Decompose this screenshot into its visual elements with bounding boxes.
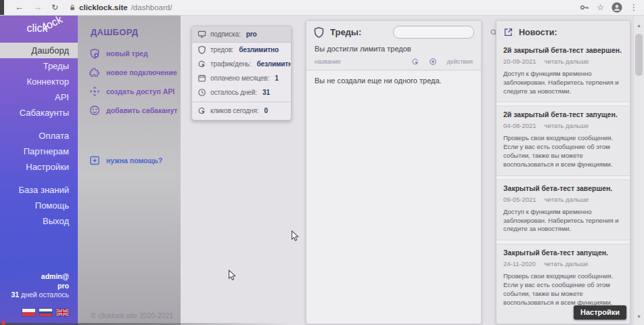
shield-icon: [198, 45, 206, 54]
dashboard-actions-panel: ДАШБОРД новый тред новое подключение соз…: [78, 15, 181, 325]
face-icon: [89, 105, 100, 116]
address-bar[interactable]: clicklock.site/dashboard/: [69, 3, 172, 12]
threads-empty-message: Вы не создали еще ни одного треда.: [306, 70, 481, 324]
scroll-down-icon[interactable]: ▼: [634, 311, 644, 321]
stat-row-threads: тредов:безлимитно: [192, 43, 291, 57]
news-item: 2й закрытый бета-тест запущен. 04-08-202…: [497, 106, 630, 175]
news-panel: Новости: 2й закрытый бета-тест завершен.…: [496, 20, 630, 324]
key-icon[interactable]: [580, 3, 589, 12]
account-days-left: 31 дней осталось: [11, 290, 69, 300]
read-more-link[interactable]: читать дальше: [544, 260, 589, 267]
add-subaccount-link[interactable]: добавить сабаканут: [78, 101, 181, 120]
news-item: Закрытый бета-тест завершен. 09-05-2021ч…: [497, 180, 630, 240]
stat-row-traffic: трафик/день:безлимитно: [192, 57, 291, 71]
new-thread-link[interactable]: новый тред: [78, 44, 181, 63]
column-name: название: [315, 58, 341, 65]
news-date: 09-05-2021: [503, 196, 536, 203]
plan-value: pro: [246, 30, 257, 38]
click-icon: [198, 60, 206, 68]
threads-title: Треды:: [330, 27, 361, 37]
scroll-up-icon[interactable]: ▲: [634, 20, 644, 30]
calendar-icon: [198, 74, 206, 83]
sidebar-item-payment[interactable]: Оплата: [0, 128, 78, 144]
threads-search: [393, 26, 474, 39]
create-api-access-link[interactable]: создать доступ API: [78, 82, 181, 101]
browser-menu-icon[interactable]: ⋮: [630, 3, 638, 12]
sidebar-item-api[interactable]: API: [0, 89, 78, 105]
sidebar: clicklock Дашборд Треды Коннектор API Са…: [0, 15, 78, 325]
threads-panel: Треды: Вы достигли лимита тредов названи…: [306, 20, 482, 324]
url-host: clicklock.site: [79, 3, 128, 12]
need-help-link[interactable]: нужна помощь?: [78, 151, 181, 170]
profile-avatar-icon[interactable]: [612, 2, 622, 13]
click-icon: [198, 106, 206, 115]
browser-toolbar: ← → ↻ clicklock.site/dashboard/ ☆ ⋮: [0, 0, 644, 16]
reload-icon[interactable]: ↻: [51, 0, 58, 15]
news-date: 20-09-2021: [503, 58, 536, 65]
divider: [497, 240, 630, 244]
subscription-header: подписка: pro: [192, 26, 291, 43]
sidebar-item-subaccounts[interactable]: Сабакаунты: [0, 105, 78, 121]
window-edge: [0, 0, 4, 15]
sidebar-item-connector[interactable]: Коннектор: [0, 74, 78, 89]
shield-icon: [313, 26, 325, 38]
read-more-link[interactable]: читать дальше: [545, 122, 589, 129]
sidebar-item-partners[interactable]: Партнерам: [0, 144, 78, 159]
account-plan: pro: [11, 282, 69, 291]
divider: [497, 102, 630, 106]
square-plus-icon: [89, 155, 100, 166]
news-title: Новости:: [519, 28, 557, 37]
sidebar-item-settings[interactable]: Настройки: [0, 159, 78, 175]
sidebar-item-help[interactable]: Помощь: [0, 198, 78, 213]
stat-row-clicks-today: кликов сегодня:0: [192, 102, 291, 120]
stat-row-months-paid: оплачено месяцев:1: [192, 71, 291, 85]
news-item: 2й закрытый бета-тест завершен. 20-09-20…: [497, 42, 630, 102]
scrollbar-thumb[interactable]: [635, 34, 643, 76]
clock-icon: [198, 88, 206, 97]
copyright-text: © clicklock.site 2020-2021: [91, 311, 173, 320]
page-title: ДАШБОРД: [78, 15, 181, 37]
threads-limit-message: Вы достигли лимита тредов: [306, 41, 481, 58]
russia-flag-icon[interactable]: [39, 309, 52, 316]
settings-button[interactable]: Настройки: [574, 305, 626, 320]
account-email: admin@: [11, 272, 69, 282]
sidebar-item-knowledge-base[interactable]: База знаний: [0, 182, 78, 198]
column-actions: действия: [446, 58, 473, 65]
news-date: 04-08-2021: [503, 122, 536, 129]
star-circle-icon: [429, 58, 437, 66]
back-icon[interactable]: ←: [15, 0, 24, 15]
news-item: Закрытый бета-тест запущен. 24-11-2020чи…: [497, 244, 630, 313]
main-content: подписка: pro тредов:безлимитно трафик/д…: [181, 15, 644, 325]
read-more-link[interactable]: читать дальше: [545, 196, 589, 203]
click-icon: [411, 58, 419, 66]
sidebar-item-logout[interactable]: Выход: [0, 213, 78, 229]
puzzle-icon: [89, 67, 100, 78]
stat-row-days-left: осталось дней:31: [192, 85, 291, 100]
sidebar-item-dashboard[interactable]: Дашборд: [0, 43, 78, 58]
url-path: /dashboard/: [131, 3, 172, 12]
monitor-icon: [198, 30, 206, 39]
video-playhead-dot: [1, 321, 5, 325]
subscription-card: подписка: pro тредов:безлимитно трафик/д…: [191, 26, 292, 121]
account-summary: admin@ pro 31 дней осталось: [11, 272, 69, 300]
nav-group-gap: [0, 175, 78, 182]
poland-flag-icon[interactable]: [22, 309, 35, 316]
search-input[interactable]: [394, 28, 490, 37]
nav-group-gap: [0, 121, 78, 128]
threads-table-header: название действия: [306, 58, 481, 70]
shield-plus-icon: [89, 48, 100, 59]
news-date: 24-11-2020: [503, 260, 536, 267]
app-window: ← → ↻ clicklock.site/dashboard/ ☆ ⋮ clic…: [0, 0, 644, 325]
app-logo: clicklock: [0, 15, 78, 43]
sidebar-item-threads[interactable]: Треды: [0, 58, 78, 74]
new-connection-link[interactable]: новое подключение: [78, 63, 181, 82]
forward-icon[interactable]: →: [33, 0, 42, 15]
page-scrollbar[interactable]: ▲ ▼: [633, 15, 644, 325]
bookmark-star-icon[interactable]: ☆: [597, 3, 604, 12]
lock-icon: [69, 4, 76, 11]
divider: [497, 175, 630, 180]
language-switcher: [22, 309, 69, 316]
move-arrows-icon: [89, 86, 100, 97]
read-more-link[interactable]: читать дальше: [545, 58, 589, 65]
uk-flag-icon[interactable]: [56, 309, 69, 316]
